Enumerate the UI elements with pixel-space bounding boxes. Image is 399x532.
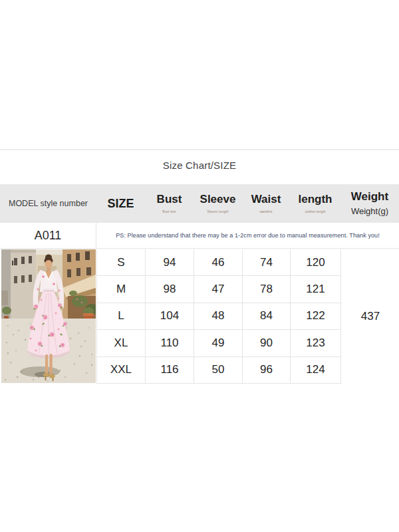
bust-label: Bust	[157, 194, 182, 206]
sleeve-sublabel: Sleeve Length	[207, 209, 229, 213]
measurement-note: PS: Please understand that there may be …	[96, 223, 399, 248]
column-header-sleeve: Sleeve Sleeve Length	[194, 184, 242, 223]
sleeve-label: Sleeve	[200, 194, 236, 206]
model-header-label: MODEL style number	[9, 199, 88, 208]
waist-sublabel: waistline	[259, 209, 272, 213]
weight-label: Weight	[351, 191, 388, 203]
column-header-bust: Bust Bust size	[145, 184, 194, 223]
model-code-row: A011 PS: Please understand that there ma…	[0, 223, 399, 249]
bust-value-cell: 94	[146, 249, 194, 276]
size-header-label: SIZE	[107, 197, 134, 211]
bust-value-cell: 104	[146, 303, 194, 330]
length-sublabel: clothes length	[305, 209, 326, 213]
top-divider	[0, 149, 399, 150]
bust-sublabel: Bust size	[162, 209, 176, 213]
column-header-weight: Weight Weight(g)	[340, 184, 399, 223]
product-photo	[1, 249, 96, 383]
waist-label: Waist	[251, 194, 281, 206]
size-chart-page: Size Chart/SIZE MODEL style number SIZE …	[0, 0, 399, 532]
length-value-cell: 124	[291, 357, 341, 384]
length-value-cell: 120	[291, 249, 341, 276]
column-header-size: SIZE	[96, 184, 145, 223]
waist-value-cell: 90	[243, 330, 291, 356]
sleeve-value-cell: 50	[194, 357, 243, 384]
length-value-cell: 122	[291, 303, 341, 330]
model-code-cell: A011	[0, 223, 96, 248]
page-title: Size Chart/SIZE	[0, 160, 399, 171]
size-label-cell: XL	[97, 330, 146, 356]
length-label: length	[299, 194, 332, 206]
waist-value-cell: 74	[243, 249, 291, 276]
waist-value-cell: 84	[243, 303, 291, 330]
size-label-cell: XXL	[97, 357, 146, 384]
product-photo-illustration	[1, 249, 96, 383]
column-header-length: length clothes length	[290, 184, 340, 223]
weight-value-cell: 437	[341, 249, 399, 384]
bust-value-cell: 116	[146, 357, 194, 384]
column-header-model: MODEL style number	[0, 184, 96, 223]
table-header-row: MODEL style number SIZE Bust Bust size S…	[0, 184, 399, 223]
size-data-grid: S 94 46 74 120 437 M 98 47 78 121 L 104 …	[96, 249, 399, 384]
weight-sublabel: Weight(g)	[351, 206, 388, 216]
sleeve-value-cell: 47	[194, 276, 243, 303]
length-value-cell: 121	[291, 276, 341, 303]
column-header-waist: Waist waistline	[242, 184, 290, 223]
size-label-cell: L	[97, 303, 146, 330]
sleeve-value-cell: 46	[194, 249, 243, 276]
length-value-cell: 123	[291, 330, 341, 356]
waist-value-cell: 78	[243, 276, 291, 303]
sleeve-value-cell: 49	[194, 330, 243, 356]
bust-value-cell: 110	[146, 330, 194, 356]
size-label-cell: M	[97, 276, 146, 303]
sleeve-value-cell: 48	[194, 303, 243, 330]
size-label-cell: S	[97, 249, 146, 276]
bust-value-cell: 98	[146, 276, 194, 303]
waist-value-cell: 96	[243, 357, 291, 384]
